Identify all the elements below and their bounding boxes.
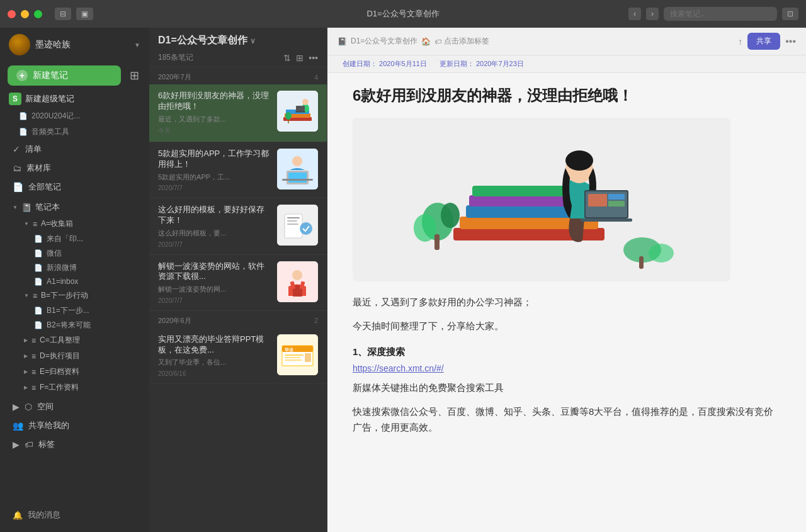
sidebar-item-shared[interactable]: 👥 共享给我的 (4, 416, 145, 435)
note-card-4[interactable]: 实用又漂亮的毕业答辩PPT模板，在这免费... 又到了毕业季，各位... 202… (149, 328, 327, 384)
sidebar-item-messages[interactable]: 🔔 我的消息 (0, 504, 149, 526)
more-options-icon[interactable]: ••• (309, 53, 318, 63)
grid-view-icon[interactable]: ⊞ (296, 53, 304, 63)
note-thumb-3 (277, 261, 318, 302)
section-1-desc1: 新媒体关键推出的免费聚合搜索工具 (353, 380, 781, 396)
sidebar-notebook-a-header[interactable]: ▼ ≡ A=收集箱 (20, 216, 140, 232)
svg-point-22 (292, 270, 302, 280)
window-title-text: D1=公众号文章创作 (366, 9, 439, 18)
svg-rect-31 (285, 357, 300, 358)
notebook-a-child-1-label: 微信 (47, 248, 62, 259)
more-options-button[interactable]: ••• (785, 36, 796, 47)
sidebar-item-checklist-label: 清单 (25, 144, 137, 155)
sidebar-item-material[interactable]: 🗂 素材库 (4, 159, 145, 178)
sidebar-notebook-a-child-1[interactable]: 📄 微信 (30, 246, 140, 261)
list-icon: ≡ (31, 368, 36, 376)
sidebar-shared-label: 共享给我的 (28, 420, 137, 431)
right-panel-button[interactable]: ⊡ (782, 8, 798, 20)
nav-back-button[interactable]: ‹ (628, 8, 641, 20)
toolbar-actions: ↑ 共享 ••• (738, 33, 796, 50)
svg-rect-52 (588, 194, 607, 207)
sidebar-item-spaces[interactable]: ▶ ⬡ 空间 (4, 397, 145, 416)
note-detail-body: 6款好用到没朋友的神器，没理由拒绝哦！ (327, 73, 806, 532)
updated-label: 更新日期： (440, 60, 474, 67)
new-super-note-button[interactable]: S 新建超级笔记 (0, 89, 149, 108)
tag-icon: 🏷 (25, 439, 33, 450)
layout-button[interactable]: ▣ (76, 8, 93, 20)
note-card-2[interactable]: 这么好用的模板，要好好保存下来！ 这么好用的模板，要... 2020/7/7 (149, 198, 327, 254)
titlebar: ⊟ ▣ D1=公众号文章创作 ‹ › ⊡ (0, 0, 806, 28)
sidebar-item-all-notes[interactable]: 📄 全部笔记 (4, 178, 145, 196)
close-window-button[interactable] (8, 10, 16, 18)
maximize-window-button[interactable] (34, 10, 42, 18)
sidebar-notebook-c-header[interactable]: ▶ ≡ C=工具整理 (20, 332, 140, 348)
note-card-1-preview: 5款超实用的APP，工... (158, 173, 271, 182)
minimize-window-button[interactable] (21, 10, 29, 18)
sidebar-notebooks-header[interactable]: ▼ 📓 笔记本 (9, 198, 140, 216)
recent-note-2-label: 音频类工具 (31, 127, 69, 137)
sidebar-recent-note-1[interactable]: 📄 2020U204记... (0, 108, 149, 124)
sidebar-notebook-b-header[interactable]: ▼ ≡ B=下一步行动 (20, 288, 140, 303)
notebook-d-label: D=执行项目 (40, 351, 80, 361)
date-group-june-label: 2020年6月 (158, 316, 191, 325)
svg-rect-12 (288, 173, 307, 183)
note-card-1[interactable]: 5款超实用的APP，工作学习都用得上！ 5款超实用的APP，工... 2020/… (149, 142, 327, 198)
sidebar-item-tags[interactable]: ▶ 🏷 标签 (4, 435, 145, 454)
note-list-title-text: D1=公众号文章创作 (158, 34, 247, 47)
date-group-june: 2020年6月 2 (149, 311, 327, 328)
sidebar-notebook-a-child-0[interactable]: 📄 来自「印... (30, 232, 140, 246)
layout-grid-button[interactable]: ⊞ (127, 66, 142, 85)
expand-a-icon: ▼ (24, 221, 29, 227)
sidebar-notebook-a-child-2[interactable]: 📄 新浪微博 (30, 261, 140, 275)
sidebar-user[interactable]: 墨迹哈族 ▼ (0, 28, 149, 62)
note-card-0-title: 6款好用到没朋友的神器，没理由拒绝哦！ (158, 91, 271, 112)
sidebar-recent-note-2[interactable]: 📄 音频类工具 (0, 124, 149, 140)
new-note-button[interactable]: + 新建笔记 (8, 65, 121, 86)
sidebar-notebook-e-header[interactable]: ▶ ≡ E=归档资料 (20, 364, 140, 380)
sort-icon[interactable]: ⇅ (283, 53, 291, 63)
breadcrumb-notebook[interactable]: D1=公众号文章创作 (351, 36, 417, 47)
sidebar-notebook-f-header[interactable]: ▶ ≡ F=工作资料 (20, 380, 140, 395)
note-detail-meta: 创建日期： 2020年5月11日 更新日期： 2020年7月23日 (327, 55, 806, 73)
sidebar-notebook-d-header[interactable]: ▶ ≡ D=执行项目 (20, 348, 140, 364)
sidebar-notebook-b-child-1[interactable]: 📄 B2=将来可能 (30, 318, 140, 332)
notebook-c-label: C=工具整理 (40, 335, 80, 346)
global-search-input[interactable] (664, 7, 777, 21)
share-button[interactable]: 共享 (747, 33, 780, 50)
note-card-3[interactable]: 解锁一波涨姿势的网站，软件资源下载很... 解锁一波涨姿势的网... 2020/… (149, 255, 327, 311)
svg-rect-7 (295, 111, 305, 113)
title-caret-icon: ∨ (250, 37, 256, 45)
nav-forward-button[interactable]: › (646, 8, 659, 20)
svg-point-8 (285, 112, 292, 120)
sidebar-notebooks-group: ▼ 📓 笔记本 ▼ ≡ A=收集箱 📄 来自「印... 📄 (0, 196, 149, 397)
note-card-1-date: 2020/7/7 (158, 184, 271, 191)
note-card-2-date: 2020/7/7 (158, 241, 271, 248)
note-icon: 📄 (19, 112, 28, 120)
export-button[interactable]: ↑ (738, 37, 742, 47)
notebook-a-label: A=收集箱 (41, 218, 73, 229)
svg-rect-54 (608, 201, 625, 207)
spaces-icon: ▶ (13, 402, 20, 412)
check-icon: ✓ (13, 144, 20, 154)
sidebar-notebook-a-child-3[interactable]: 📄 A1=inbox (30, 275, 140, 288)
sidebar-notebook-b-child-0[interactable]: 📄 B1=下一步... (30, 303, 140, 318)
user-name: 墨迹哈族 (35, 39, 129, 50)
svg-rect-43 (434, 234, 440, 250)
note-card-2-content: 这么好用的模板，要好好保存下来！ 这么好用的模板，要... 2020/7/7 (158, 205, 271, 247)
breadcrumb-tag-area[interactable]: 🏷 点击添加标签 (434, 36, 489, 47)
note-card-0[interactable]: 6款好用到没朋友的神器，没理由拒绝哦！ 最近，又遇到了多款... 今天 (149, 84, 327, 142)
note-list-body: 2020年7月 4 6款好用到没朋友的神器，没理由拒绝哦！ 最近，又遇到了多款.… (149, 67, 327, 532)
updated-date[interactable]: 2020年7月23日 (476, 60, 524, 67)
note-title: 6款好用到没朋友的神器，没理由拒绝哦！ (353, 86, 781, 105)
sidebar-item-material-label: 素材库 (26, 162, 137, 174)
app-body: 墨迹哈族 ▼ + 新建笔记 ⊞ S 新建超级笔记 📄 2020U204记... … (0, 28, 806, 532)
note-card-1-content: 5款超实用的APP，工作学习都用得上！ 5款超实用的APP，工... 2020/… (158, 149, 271, 191)
section-1-link[interactable]: https://search.xmt.cn/#/ (353, 363, 781, 373)
sidebar-toggle-button[interactable]: ⊟ (55, 8, 71, 20)
note-list-title: D1=公众号文章创作 ∨ (158, 34, 318, 47)
window-title: D1=公众号文章创作 (366, 8, 439, 20)
note-card-0-preview: 最近，又遇到了多款... (158, 115, 271, 124)
sidebar-item-checklist[interactable]: ✓ 清单 (4, 140, 145, 159)
date-group-june-count: 2 (314, 317, 318, 324)
note-thumb-4: 毕业 (277, 334, 318, 375)
